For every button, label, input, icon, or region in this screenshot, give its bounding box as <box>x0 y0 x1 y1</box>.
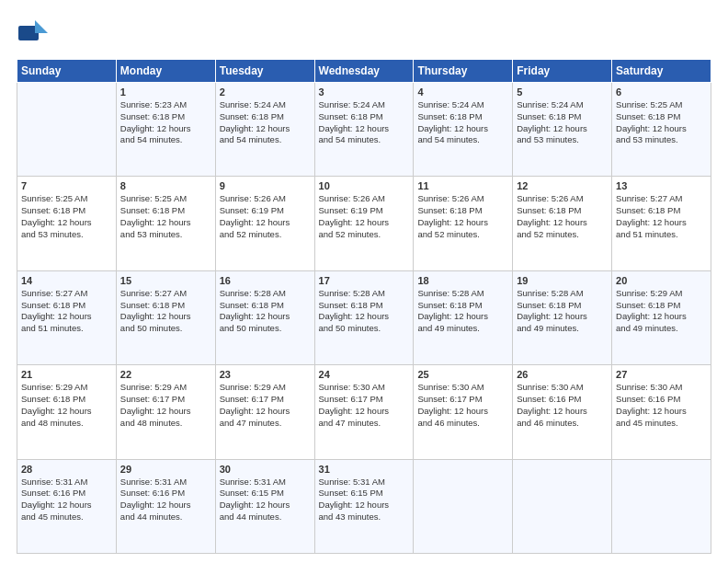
calendar-cell: 20Sunrise: 5:29 AMSunset: 6:18 PMDayligh… <box>612 270 711 364</box>
cell-content: Sunrise: 5:26 AMSunset: 6:19 PMDaylight:… <box>220 193 311 240</box>
cell-line: Sunset: 6:18 PM <box>21 205 85 215</box>
cell-line: Daylight: 12 hours <box>21 500 92 510</box>
logo <box>17 17 53 50</box>
cell-line: and 50 minutes. <box>319 323 381 333</box>
cell-line: Sunrise: 5:31 AM <box>120 477 187 487</box>
cell-line: and 48 minutes. <box>120 418 183 428</box>
col-header-thursday: Thursday <box>414 60 513 83</box>
cell-line: and 52 minutes. <box>517 229 579 239</box>
calendar-cell <box>414 459 513 553</box>
cell-line: Daylight: 12 hours <box>517 217 587 227</box>
cell-line: Sunset: 6:17 PM <box>417 394 482 404</box>
cell-line: Daylight: 12 hours <box>616 311 687 321</box>
cell-line: Sunset: 6:18 PM <box>417 205 482 215</box>
cell-line: and 44 minutes. <box>120 511 183 522</box>
cell-line: Sunrise: 5:24 AM <box>417 99 483 109</box>
cell-line: Sunset: 6:18 PM <box>417 300 482 310</box>
cell-line: Sunrise: 5:23 AM <box>120 99 187 109</box>
cell-line: Sunrise: 5:28 AM <box>517 288 583 298</box>
cell-line: and 54 minutes. <box>120 134 183 144</box>
cell-line: Sunset: 6:18 PM <box>616 205 680 215</box>
svg-marker-1 <box>35 20 48 33</box>
day-number: 29 <box>120 464 211 475</box>
calendar-cell: 14Sunrise: 5:27 AMSunset: 6:18 PMDayligh… <box>17 270 117 364</box>
cell-line: Daylight: 12 hours <box>616 123 687 133</box>
cell-content: Sunrise: 5:31 AMSunset: 6:15 PMDaylight:… <box>319 477 410 523</box>
col-header-saturday: Saturday <box>612 60 711 83</box>
cell-content: Sunrise: 5:31 AMSunset: 6:16 PMDaylight:… <box>120 477 211 523</box>
cell-line: Daylight: 12 hours <box>417 406 488 416</box>
cell-content: Sunrise: 5:25 AMSunset: 6:18 PMDaylight:… <box>21 193 112 240</box>
day-number: 5 <box>517 86 608 98</box>
cell-line: and 44 minutes. <box>220 511 282 522</box>
day-number: 6 <box>616 86 707 98</box>
week-row-1: 1Sunrise: 5:23 AMSunset: 6:18 PMDaylight… <box>17 83 711 177</box>
cell-line: and 50 minutes. <box>120 323 183 333</box>
day-number: 12 <box>517 180 608 191</box>
day-number: 14 <box>21 275 112 286</box>
cell-line: Sunrise: 5:24 AM <box>220 99 286 109</box>
cell-line: Sunrise: 5:25 AM <box>120 193 187 203</box>
cell-line: Daylight: 12 hours <box>21 406 92 416</box>
calendar-cell: 16Sunrise: 5:28 AMSunset: 6:18 PMDayligh… <box>215 270 314 364</box>
header <box>17 17 711 50</box>
cell-line: Daylight: 12 hours <box>21 217 92 227</box>
cell-line: Sunrise: 5:29 AM <box>616 288 682 298</box>
cell-line: Daylight: 12 hours <box>616 406 687 416</box>
cell-content: Sunrise: 5:31 AMSunset: 6:15 PMDaylight:… <box>220 477 311 523</box>
day-number: 21 <box>21 369 112 380</box>
col-header-wednesday: Wednesday <box>314 60 414 83</box>
day-number: 30 <box>220 464 311 475</box>
cell-content: Sunrise: 5:30 AMSunset: 6:17 PMDaylight:… <box>417 382 508 429</box>
cell-line: Sunset: 6:16 PM <box>120 488 185 498</box>
calendar-cell: 27Sunrise: 5:30 AMSunset: 6:16 PMDayligh… <box>612 365 711 459</box>
cell-line: Sunrise: 5:24 AM <box>517 99 583 109</box>
cell-line: Daylight: 12 hours <box>220 123 290 133</box>
cell-line: and 49 minutes. <box>417 323 480 333</box>
cell-line: and 43 minutes. <box>319 511 381 522</box>
calendar-cell <box>612 459 711 553</box>
cell-content: Sunrise: 5:24 AMSunset: 6:18 PMDaylight:… <box>417 99 508 146</box>
cell-content: Sunrise: 5:25 AMSunset: 6:18 PMDaylight:… <box>616 99 707 146</box>
calendar-cell: 31Sunrise: 5:31 AMSunset: 6:15 PMDayligh… <box>314 459 414 553</box>
cell-line: Daylight: 12 hours <box>120 311 191 321</box>
cell-line: Sunset: 6:18 PM <box>517 300 581 310</box>
cell-content: Sunrise: 5:24 AMSunset: 6:18 PMDaylight:… <box>220 99 311 146</box>
cell-line: Sunset: 6:18 PM <box>616 300 680 310</box>
cell-line: Sunset: 6:18 PM <box>120 300 185 310</box>
day-number: 18 <box>417 275 508 286</box>
cell-line: Sunset: 6:18 PM <box>21 394 85 404</box>
cell-line: Sunset: 6:17 PM <box>220 394 284 404</box>
cell-line: Sunrise: 5:30 AM <box>517 382 583 392</box>
cell-line: and 51 minutes. <box>616 229 678 239</box>
cell-line: Sunrise: 5:27 AM <box>616 193 682 203</box>
calendar-cell: 21Sunrise: 5:29 AMSunset: 6:18 PMDayligh… <box>17 365 117 459</box>
col-header-friday: Friday <box>513 60 612 83</box>
calendar-cell: 19Sunrise: 5:28 AMSunset: 6:18 PMDayligh… <box>513 270 612 364</box>
cell-content: Sunrise: 5:28 AMSunset: 6:18 PMDaylight:… <box>517 288 608 335</box>
page: SundayMondayTuesdayWednesdayThursdayFrid… <box>0 0 728 563</box>
cell-line: and 46 minutes. <box>417 418 480 428</box>
day-number: 3 <box>319 86 410 98</box>
day-number: 16 <box>220 275 311 286</box>
cell-line: Sunset: 6:18 PM <box>319 111 383 121</box>
cell-line: Daylight: 12 hours <box>120 406 191 416</box>
cell-content: Sunrise: 5:29 AMSunset: 6:18 PMDaylight:… <box>21 382 112 429</box>
cell-line: and 49 minutes. <box>616 323 678 333</box>
cell-line: Sunrise: 5:29 AM <box>220 382 286 392</box>
calendar-cell: 6Sunrise: 5:25 AMSunset: 6:18 PMDaylight… <box>612 83 711 177</box>
cell-line: Daylight: 12 hours <box>417 217 488 227</box>
calendar-cell: 3Sunrise: 5:24 AMSunset: 6:18 PMDaylight… <box>314 83 414 177</box>
cell-line: Daylight: 12 hours <box>220 500 290 510</box>
day-number: 15 <box>120 275 211 286</box>
cell-line: Sunset: 6:16 PM <box>21 488 85 498</box>
day-number: 26 <box>517 369 608 380</box>
day-number: 17 <box>319 275 410 286</box>
cell-line: Sunset: 6:16 PM <box>616 394 680 404</box>
cell-line: and 47 minutes. <box>319 418 381 428</box>
cell-line: and 45 minutes. <box>616 418 678 428</box>
cell-line: and 54 minutes. <box>220 134 282 144</box>
day-number: 28 <box>21 464 112 475</box>
calendar-cell: 29Sunrise: 5:31 AMSunset: 6:16 PMDayligh… <box>116 459 215 553</box>
cell-line: Sunrise: 5:25 AM <box>21 193 87 203</box>
